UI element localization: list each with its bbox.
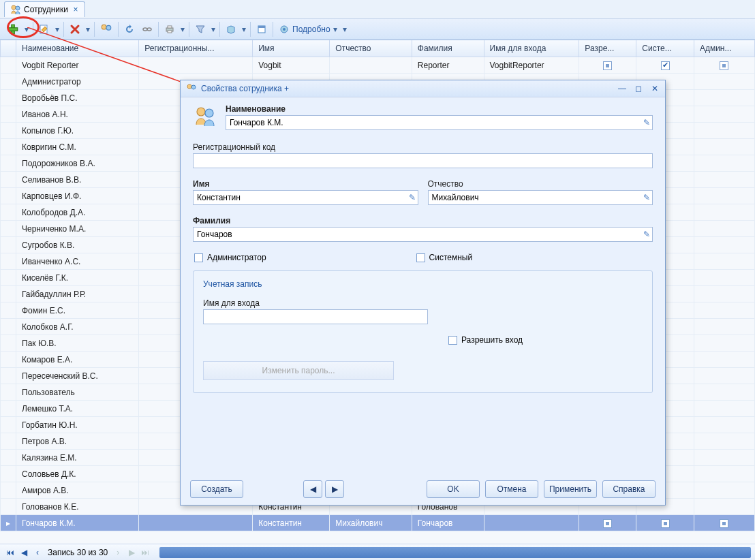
filter-button[interactable] — [192, 21, 209, 37]
last-page[interactable]: ⏭ — [139, 546, 151, 559]
svg-point-16 — [187, 84, 191, 89]
pencil-icon[interactable]: ✎ — [409, 193, 416, 202]
sys-label: Системный — [429, 253, 473, 262]
table-row[interactable]: Vogbit ReporterVogbitReporterVogbitRepor… — [1, 57, 755, 74]
account-title: Учетная запись — [203, 279, 643, 289]
prev-button[interactable]: ◀ — [303, 480, 322, 498]
mname-label: Отчество — [428, 179, 653, 189]
pager-scrollbar[interactable] — [159, 547, 751, 558]
svg-point-18 — [197, 108, 205, 116]
svg-point-17 — [191, 85, 196, 89]
column-header[interactable]: Систе... — [636, 40, 694, 57]
tab-close-icon[interactable]: × — [71, 5, 80, 14]
dialog-titlebar[interactable]: Свойства сотрудника + — ◻ ✕ — [181, 80, 665, 97]
column-header[interactable]: Имя для входа — [484, 40, 579, 57]
add-dropdown[interactable]: ▾ — [23, 25, 30, 34]
column-header[interactable]: Фамилия — [412, 40, 484, 57]
column-header[interactable]: Имя — [253, 40, 330, 57]
fname-label: Имя — [193, 179, 418, 189]
checkbox[interactable] — [661, 61, 670, 70]
refresh-button[interactable] — [121, 21, 138, 37]
checkbox[interactable] — [603, 61, 612, 70]
next-page[interactable]: ▶ — [125, 546, 138, 559]
delete-dropdown[interactable]: ▾ — [84, 25, 91, 34]
svg-rect-13 — [258, 26, 265, 28]
filter-dropdown[interactable]: ▾ — [210, 25, 217, 34]
reg-input[interactable] — [193, 153, 653, 168]
minimize-icon[interactable]: — — [617, 84, 627, 93]
column-header[interactable]: Разре... — [579, 40, 636, 57]
pager: ⏮ ◀ ‹ Запись 30 из 30 › ▶ ⏭ — [0, 544, 755, 560]
column-header[interactable]: Админ... — [694, 40, 754, 57]
sys-checkbox[interactable] — [416, 253, 425, 262]
print-button[interactable] — [161, 21, 178, 37]
checkbox[interactable] — [661, 519, 670, 528]
svg-point-7 — [143, 28, 147, 31]
table-row[interactable]: ▸Гончаров К.М.КонстантинМихайловичГончар… — [1, 515, 755, 531]
users-button[interactable] — [97, 21, 115, 37]
checkbox[interactable] — [603, 519, 612, 528]
admin-checkbox[interactable] — [194, 253, 203, 262]
lname-label: Фамилия — [193, 216, 653, 225]
name-input[interactable] — [226, 115, 653, 130]
change-password-button: Изменить пароль... — [203, 361, 394, 380]
svg-point-1 — [16, 6, 20, 10]
lname-input[interactable] — [193, 227, 653, 242]
svg-point-8 — [147, 28, 151, 31]
admin-label: Администратор — [207, 253, 266, 262]
delete-button[interactable] — [67, 21, 83, 37]
box-dropdown[interactable]: ▾ — [241, 25, 247, 34]
users-large-icon — [193, 104, 217, 129]
cancel-button[interactable]: Отмена — [485, 480, 538, 498]
link-button[interactable] — [139, 21, 155, 37]
fname-input[interactable] — [193, 190, 418, 205]
create-button[interactable]: Создать — [190, 480, 243, 498]
toolbar: ▾ ▾ ▾ ▾ ▾ ▾ Подробно▾ ▾ — [0, 19, 755, 40]
svg-rect-10 — [168, 26, 172, 28]
edit-dropdown[interactable]: ▾ — [54, 25, 61, 34]
first-page[interactable]: ⏮ — [4, 546, 16, 559]
svg-point-5 — [102, 25, 106, 29]
login-input[interactable] — [203, 309, 428, 324]
maximize-icon[interactable]: ◻ — [634, 84, 643, 93]
view-button[interactable] — [253, 21, 270, 37]
pencil-icon[interactable]: ✎ — [643, 118, 650, 127]
detail-button[interactable]: Подробно▾ — [276, 21, 340, 37]
detail-dropdown[interactable]: ▾ — [341, 25, 348, 34]
users-icon — [186, 83, 197, 94]
print-dropdown[interactable]: ▾ — [179, 25, 186, 34]
column-header[interactable]: Отчество — [330, 40, 412, 57]
next-button[interactable]: ▶ — [325, 480, 344, 498]
tab-label: Сотрудники — [24, 5, 68, 14]
dialog-title-text: Свойства сотрудника + — [201, 84, 289, 93]
allow-checkbox[interactable] — [448, 336, 457, 345]
pencil-icon[interactable]: ✎ — [643, 230, 650, 239]
checkbox[interactable] — [720, 61, 728, 70]
employee-dialog: Свойства сотрудника + — ◻ ✕ Наименование… — [180, 80, 666, 505]
apply-button[interactable]: Применить — [544, 480, 597, 498]
close-icon[interactable]: ✕ — [650, 84, 660, 93]
tab-bar: Сотрудники × — [0, 0, 755, 19]
prev-record[interactable]: ‹ — [31, 546, 44, 559]
add-button[interactable] — [4, 21, 22, 37]
next-record[interactable]: › — [112, 546, 124, 559]
column-header[interactable]: Регистрационны... — [139, 40, 253, 57]
svg-point-19 — [205, 109, 213, 117]
prev-page[interactable]: ◀ — [18, 546, 30, 559]
users-icon — [10, 4, 21, 15]
mname-input[interactable] — [428, 190, 653, 205]
edit-button[interactable] — [36, 21, 52, 37]
svg-rect-3 — [8, 27, 18, 31]
name-label: Наименование — [226, 104, 653, 114]
reg-label: Регистрационный код — [193, 142, 653, 152]
ok-button[interactable]: OK — [427, 480, 480, 498]
tab-employees[interactable]: Сотрудники × — [4, 1, 85, 17]
svg-point-0 — [12, 5, 16, 10]
checkbox[interactable] — [720, 519, 728, 528]
pencil-icon[interactable]: ✎ — [643, 193, 650, 202]
pager-status: Запись 30 из 30 — [48, 548, 108, 557]
login-label: Имя для входа — [203, 298, 643, 308]
help-button[interactable]: Справка — [602, 480, 656, 498]
box-button[interactable] — [223, 21, 239, 37]
column-header[interactable]: Наименование — [16, 40, 139, 57]
